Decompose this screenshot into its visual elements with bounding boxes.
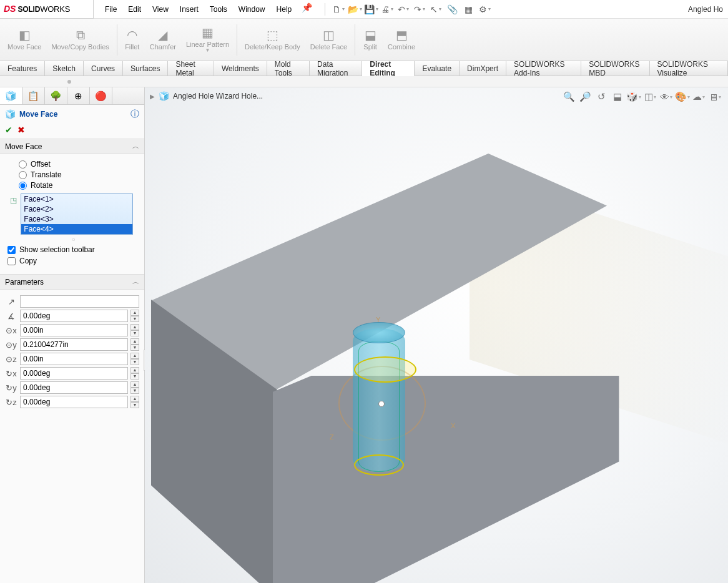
split-button[interactable]: ⬓Split xyxy=(359,27,381,52)
redo-button[interactable]: ↷ xyxy=(413,2,426,16)
cy-input[interactable] xyxy=(20,338,128,351)
help-icon[interactable]: ⓘ xyxy=(130,109,139,120)
hole-top-rim[interactable] xyxy=(353,322,405,343)
tab-data-migration[interactable]: Data Migration xyxy=(310,61,362,76)
scene-icon[interactable]: ☁ xyxy=(692,90,706,104)
new-button[interactable]: 🗋 xyxy=(332,2,345,16)
menu-file[interactable]: File xyxy=(100,2,122,16)
move-face-button[interactable]: ◧Move Face xyxy=(4,27,45,52)
rebuild-button[interactable]: ▦ xyxy=(461,2,475,16)
move-copy-bodies-button[interactable]: ⧉Move/Copy Bodies xyxy=(47,27,112,52)
menu-insert[interactable]: Insert xyxy=(175,2,204,16)
appearance-icon[interactable]: 🎨 xyxy=(676,90,689,104)
display-style-icon[interactable]: ◫ xyxy=(643,90,657,104)
tab-dimxpert[interactable]: DimXpert xyxy=(460,61,506,76)
spinner[interactable]: ▲▼ xyxy=(130,367,139,380)
collapse-icon[interactable]: ︿ xyxy=(132,277,139,287)
graphics-viewport[interactable]: ▶ 🧊 Angled Hole Wizard Hole... 🔍 🔎 ↺ ⬓ 🎲… xyxy=(145,87,728,583)
previous-view-icon[interactable]: ↺ xyxy=(594,90,608,104)
cancel-button[interactable]: ✖ xyxy=(17,125,25,135)
tab-mold-tools[interactable]: Mold Tools xyxy=(267,61,310,76)
face-item-selected[interactable]: Face<4> xyxy=(21,224,132,234)
feature-manager-tab[interactable]: 🧊 xyxy=(0,87,22,104)
chamfer-button[interactable]: ◢Chamfer xyxy=(146,27,180,52)
ry-input[interactable] xyxy=(20,381,128,394)
breadcrumb[interactable]: ▶ 🧊 Angled Hole Wizard Hole... xyxy=(150,91,263,101)
select-button[interactable]: ↖ xyxy=(429,2,443,16)
rz-input[interactable] xyxy=(20,396,128,408)
pin-icon[interactable]: 📌 xyxy=(302,2,312,16)
spinner[interactable]: ▲▼ xyxy=(130,381,139,394)
delete-keep-body-button[interactable]: ⬚Delete/Keep Body xyxy=(241,27,304,52)
display-manager-tab[interactable]: 🔴 xyxy=(90,87,112,104)
face-item[interactable]: Face<2> xyxy=(21,204,132,214)
face-item[interactable]: Face<1> xyxy=(21,194,132,204)
tab-sw-addins[interactable]: SOLIDWORKS Add-Ins xyxy=(506,61,581,76)
parameters-section-header[interactable]: Parameters ︿ xyxy=(0,274,144,290)
tab-sketch[interactable]: Sketch xyxy=(45,61,84,76)
tab-sw-visualize[interactable]: SOLIDWORKS Visualize xyxy=(650,61,728,76)
render-icon[interactable]: 🖥 xyxy=(708,90,722,104)
move-face-section-header[interactable]: Move Face ︿ xyxy=(0,139,144,154)
configuration-tab[interactable]: 🌳 xyxy=(45,87,67,104)
rotate-radio[interactable]: Rotate xyxy=(19,181,139,190)
tab-direct-editing[interactable]: Direct Editing xyxy=(362,61,415,76)
spinner[interactable]: ▲▼ xyxy=(130,396,139,408)
angle-icon: ∡ xyxy=(5,310,17,322)
view-orientation-icon[interactable]: 🎲 xyxy=(627,90,641,104)
tab-surfaces[interactable]: Surfaces xyxy=(123,61,168,76)
translate-radio[interactable]: Translate xyxy=(19,170,139,179)
section-view-icon[interactable]: ⬓ xyxy=(611,90,624,104)
spinner[interactable]: ▲▼ xyxy=(130,324,139,336)
spinner[interactable]: ▲▼ xyxy=(130,353,139,365)
spinner[interactable]: ▲▼ xyxy=(130,338,139,351)
offset-radio[interactable]: Offset xyxy=(19,160,139,169)
collapse-icon[interactable]: ︿ xyxy=(132,142,139,151)
zoom-fit-icon[interactable]: 🔍 xyxy=(562,90,576,104)
menu-help[interactable]: Help xyxy=(272,2,297,16)
angle-input[interactable] xyxy=(20,310,128,322)
tab-evaluate[interactable]: Evaluate xyxy=(415,61,460,76)
hole-bottom-rim[interactable] xyxy=(354,454,404,476)
delete-face-button[interactable]: ◫Delete Face xyxy=(307,27,351,52)
face-list[interactable]: Face<1> Face<2> Face<3> Face<4> xyxy=(21,194,133,235)
show-selection-toolbar-checkbox[interactable]: Show selection toolbar xyxy=(7,245,139,254)
options-button[interactable]: ⚙ xyxy=(478,2,491,16)
face-item[interactable]: Face<3> xyxy=(21,214,132,224)
cz-input[interactable] xyxy=(20,353,128,365)
open-button[interactable]: 📂 xyxy=(348,2,362,16)
combine-button[interactable]: ⬒Combine xyxy=(384,27,419,52)
copy-checkbox[interactable]: Copy xyxy=(7,257,139,265)
rx-input[interactable] xyxy=(20,367,128,380)
ok-button[interactable]: ✔ xyxy=(5,125,12,135)
print-button[interactable]: 🖨 xyxy=(380,2,394,16)
cx-input[interactable] xyxy=(20,324,128,336)
menu-edit[interactable]: Edit xyxy=(123,2,146,16)
undo-button[interactable]: ↶ xyxy=(396,2,410,16)
dimxpert-tab[interactable]: ⊕ xyxy=(67,87,90,104)
attach-button[interactable]: 📎 xyxy=(445,2,459,16)
main-area: 🧊 📋 🌳 ⊕ 🔴 🧊 Move Face ⓘ ✔ ✖ Move Face ︿ … xyxy=(0,87,728,583)
triad-origin[interactable] xyxy=(378,401,385,407)
menu-window[interactable]: Window xyxy=(234,2,270,16)
menu-tools[interactable]: Tools xyxy=(205,2,232,16)
zoom-area-icon[interactable]: 🔎 xyxy=(578,90,592,104)
section-title: Move Face xyxy=(5,142,42,151)
hole-counterbore-rim[interactable] xyxy=(354,356,416,383)
linear-pattern-button[interactable]: ▦Linear Pattern▼ xyxy=(182,24,233,55)
fillet-button[interactable]: ◠Fillet xyxy=(121,27,144,52)
tab-sheet-metal[interactable]: Sheet Metal xyxy=(168,61,214,76)
block-front-face[interactable] xyxy=(273,376,622,583)
list-grip-icon[interactable]: ○ xyxy=(7,236,139,243)
panel-tabs: 🧊 📋 🌳 ⊕ 🔴 xyxy=(0,87,144,105)
spinner[interactable]: ▲▼ xyxy=(130,310,139,322)
tab-sw-mbd[interactable]: SOLIDWORKS MBD xyxy=(581,61,649,76)
tab-features[interactable]: Features xyxy=(0,61,45,76)
tab-curves[interactable]: Curves xyxy=(84,61,123,76)
property-manager-tab[interactable]: 📋 xyxy=(22,87,45,104)
save-button[interactable]: 💾 xyxy=(364,2,378,16)
axis-input[interactable] xyxy=(20,295,139,308)
menu-view[interactable]: View xyxy=(147,2,174,16)
tab-weldments[interactable]: Weldments xyxy=(214,61,267,76)
hide-show-icon[interactable]: 👁 xyxy=(659,90,673,104)
